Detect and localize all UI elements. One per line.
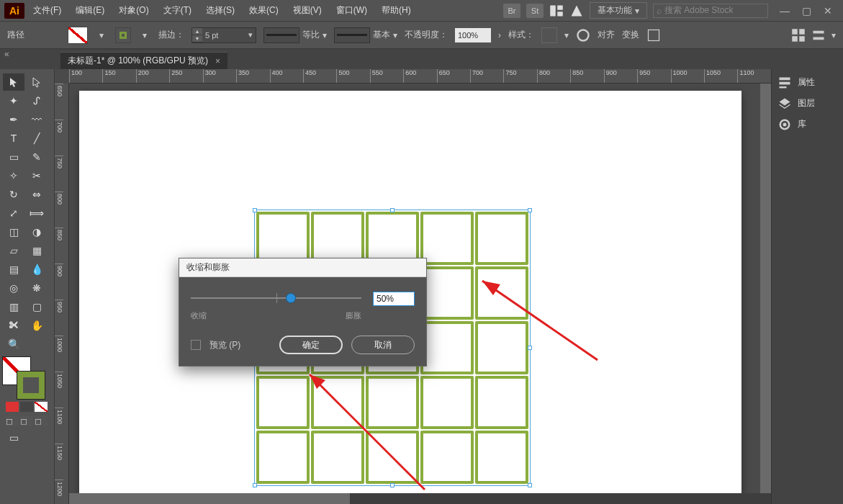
vertical-ruler[interactable]: 6507007508008509009501000105011001150120… xyxy=(55,84,69,504)
resize-handle-tl[interactable] xyxy=(253,208,257,212)
slider-thumb[interactable] xyxy=(286,293,296,303)
reflect-tool[interactable]: ⇔ xyxy=(26,186,48,203)
shape-builder-tool[interactable]: ◑ xyxy=(26,223,48,240)
slider-value-field[interactable]: 50% xyxy=(373,292,415,306)
resize-handle-br[interactable] xyxy=(528,483,532,487)
resize-handle-tm[interactable] xyxy=(390,208,395,212)
workspace-switcher[interactable]: 基本功能 ▾ xyxy=(590,2,647,19)
layers-panel-button[interactable]: 图层 xyxy=(775,93,840,114)
horizontal-ruler[interactable]: 1001502002503003504004505005506006507007… xyxy=(69,69,771,84)
stroke-swatch[interactable] xyxy=(115,27,131,43)
brush-profile-group[interactable]: 基本▾ xyxy=(334,27,397,43)
v-scrollbar-thumb[interactable] xyxy=(760,84,771,493)
cancel-button[interactable]: 取消 xyxy=(351,336,415,354)
maximize-button[interactable]: ▢ xyxy=(795,4,817,18)
h-scrollbar-thumb[interactable] xyxy=(69,493,350,504)
preview-checkbox[interactable] xyxy=(191,340,201,350)
menu-help[interactable]: 帮助(H) xyxy=(376,1,417,19)
slice-tool[interactable]: ✀ xyxy=(3,317,24,334)
minimize-button[interactable]: — xyxy=(774,4,795,18)
arrange-docs-icon[interactable] xyxy=(549,4,564,18)
color-mode-gradient[interactable] xyxy=(20,402,33,412)
transform-panel-icon[interactable] xyxy=(646,28,661,42)
width-tool[interactable]: ⟾ xyxy=(26,204,48,222)
ok-button[interactable]: 确定 xyxy=(279,336,343,354)
dialog-title[interactable]: 收缩和膨胀 xyxy=(179,258,426,277)
tab-close-icon[interactable]: × xyxy=(215,56,220,66)
document-tab[interactable]: 未标题-1* @ 100% (RGB/GPU 预览) × xyxy=(60,52,227,69)
menu-window[interactable]: 窗口(W) xyxy=(330,1,373,19)
transform-label[interactable]: 变换 xyxy=(622,29,639,41)
style-swatch[interactable] xyxy=(541,27,557,43)
pen-tool[interactable]: ✒ xyxy=(3,111,24,128)
scissors-tool[interactable]: ✂ xyxy=(26,167,48,184)
horizontal-scrollbar[interactable] xyxy=(69,493,771,504)
stroke-weight-field[interactable]: ▲▼ 5 pt ▾ xyxy=(191,27,256,43)
direct-selection-tool[interactable] xyxy=(26,73,48,91)
curvature-tool[interactable]: 〰 xyxy=(26,111,48,128)
zoom-tool[interactable]: 🔍 xyxy=(3,336,24,353)
selection-tool[interactable] xyxy=(3,73,24,91)
effect-slider[interactable]: 50% xyxy=(191,292,415,316)
draw-behind[interactable]: ◻ xyxy=(20,416,33,426)
free-transform-tool[interactable]: ◫ xyxy=(3,223,24,240)
lasso-tool[interactable]: ᔑ xyxy=(26,92,48,109)
menu-file[interactable]: 文件(F) xyxy=(27,1,67,19)
align-panel-icon[interactable] xyxy=(811,28,826,42)
search-input[interactable]: ⌕ 搜索 Adobe Stock xyxy=(653,4,768,18)
draw-normal[interactable]: ◻ xyxy=(6,416,19,426)
stroke-dropdown[interactable]: ▾ xyxy=(138,27,151,43)
menu-select[interactable]: 选择(S) xyxy=(200,1,240,19)
menu-effect[interactable]: 效果(C) xyxy=(243,1,284,19)
mesh-tool[interactable]: ▦ xyxy=(26,242,48,259)
screen-mode-button[interactable]: ▭ xyxy=(3,429,24,446)
step-up-icon[interactable]: ▲ xyxy=(192,28,202,35)
menu-view[interactable]: 视图(V) xyxy=(287,1,328,19)
gpu-icon[interactable] xyxy=(569,4,584,18)
symbol-sprayer-tool[interactable]: ❋ xyxy=(26,279,48,297)
fill-dropdown[interactable]: ▾ xyxy=(95,27,108,43)
menu-edit[interactable]: 编辑(E) xyxy=(70,1,110,19)
bridge-button[interactable]: Br xyxy=(503,4,520,18)
gradient-tool[interactable]: ▤ xyxy=(3,261,24,278)
stock-button[interactable]: St xyxy=(526,4,544,18)
line-tool[interactable]: ╱ xyxy=(26,130,48,147)
resize-handle-tr[interactable] xyxy=(528,208,532,212)
graph-tool[interactable]: ▥ xyxy=(3,298,24,315)
resize-handle-mr[interactable] xyxy=(528,346,532,350)
rectangle-tool[interactable]: ▭ xyxy=(3,148,24,166)
blend-tool[interactable]: ◎ xyxy=(3,279,24,297)
perspective-tool[interactable]: ▱ xyxy=(3,242,24,259)
fill-swatch[interactable] xyxy=(68,27,88,44)
fill-stroke-control[interactable] xyxy=(3,357,45,399)
recolor-icon[interactable] xyxy=(576,28,590,42)
scale-tool[interactable]: ⤢ xyxy=(3,204,24,222)
close-button[interactable]: ✕ xyxy=(817,4,839,18)
variable-width-group[interactable]: 等比▾ xyxy=(263,27,327,43)
rotate-tool[interactable]: ↻ xyxy=(3,186,24,203)
align-label[interactable]: 对齐 xyxy=(598,29,615,41)
step-down-icon[interactable]: ▼ xyxy=(192,35,202,42)
preview-label[interactable]: 预览 (P) xyxy=(209,339,240,351)
chevron-down-icon[interactable]: ▾ xyxy=(245,30,256,40)
opacity-dropdown[interactable]: › xyxy=(498,30,501,40)
paintbrush-tool[interactable]: ✎ xyxy=(26,148,48,166)
color-mode-none[interactable] xyxy=(35,402,48,412)
properties-panel-button[interactable]: 属性 xyxy=(775,72,840,93)
menu-type[interactable]: 文字(T) xyxy=(158,1,197,19)
vertical-scrollbar[interactable] xyxy=(760,84,771,493)
toolbar-collapse-icon[interactable]: « xyxy=(4,49,19,59)
type-tool[interactable]: T xyxy=(3,130,24,147)
draw-inside[interactable]: ◻ xyxy=(35,416,48,426)
eyedropper-tool[interactable]: 💧 xyxy=(26,261,48,278)
stroke-color[interactable] xyxy=(17,372,45,399)
hand-tool[interactable]: ✋ xyxy=(26,317,48,334)
artboard-tool[interactable]: ▢ xyxy=(26,298,48,315)
resize-handle-bm[interactable] xyxy=(390,483,395,487)
libraries-panel-button[interactable]: 库 xyxy=(775,114,840,135)
magic-wand-tool[interactable]: ✦ xyxy=(3,92,24,109)
shaper-tool[interactable]: ✧ xyxy=(3,167,24,184)
opacity-field[interactable]: 100% xyxy=(455,28,491,42)
menu-object[interactable]: 对象(O) xyxy=(113,1,154,19)
resize-handle-bl[interactable] xyxy=(253,483,257,487)
